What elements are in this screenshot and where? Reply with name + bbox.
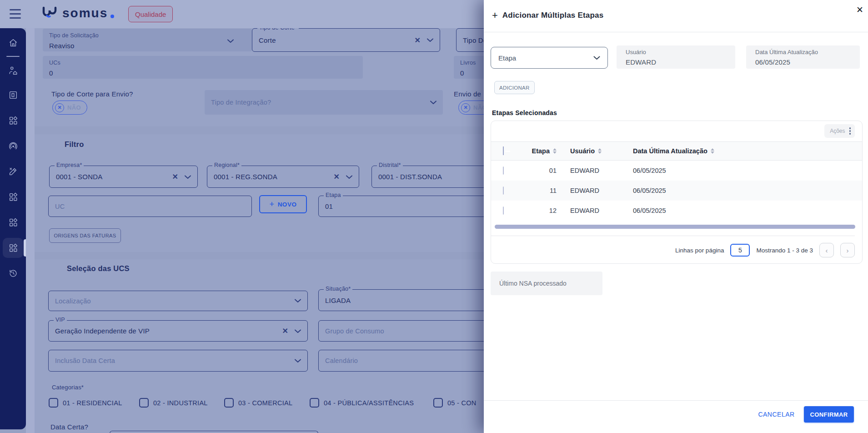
sidebar-item-history[interactable] bbox=[4, 264, 22, 282]
regional-label: Regional* bbox=[212, 162, 241, 168]
chevron-down-icon[interactable] bbox=[185, 173, 191, 181]
modules-icon bbox=[8, 192, 18, 202]
clear-icon[interactable]: ✕ bbox=[415, 36, 421, 45]
showing-label: Mostrando 1 - 3 de 3 bbox=[756, 247, 813, 254]
checkbox-icon[interactable] bbox=[433, 398, 443, 408]
chevron-down-icon[interactable] bbox=[427, 36, 433, 44]
chevron-down-icon bbox=[593, 56, 600, 60]
calendario-field[interactable]: Calendário bbox=[318, 350, 484, 372]
uc-input[interactable]: UC bbox=[48, 196, 252, 217]
tipo-corte-field[interactable]: Tipo de Corte* Corte ✕ bbox=[252, 28, 440, 52]
sidebar-item-user[interactable] bbox=[4, 61, 22, 80]
column-header-etapa[interactable]: Etapa bbox=[519, 147, 557, 155]
column-header-data[interactable]: Data Última Atualização bbox=[619, 147, 862, 155]
table-row[interactable]: 01 EDWARD 06/05/2025 bbox=[491, 161, 862, 181]
distrital-field[interactable]: Distrital* 0001 - DIST.SONDA bbox=[371, 166, 484, 188]
sidebar-item-modules-active[interactable] bbox=[4, 239, 22, 257]
origens-faturas-button[interactable]: ORIGENS DAS FATURAS bbox=[49, 228, 121, 243]
tipo-de-label: Tipo De bbox=[463, 36, 484, 44]
tipo-integracao-dropdown[interactable]: Tipo de Integração? bbox=[205, 90, 443, 115]
categoria-checkbox-industrial[interactable]: 02 - INDUSTRIAL bbox=[139, 398, 208, 408]
hamburger-menu-icon[interactable] bbox=[10, 9, 21, 19]
monitoring-icon bbox=[8, 141, 18, 151]
data-certa-label: Data Certa? bbox=[50, 423, 88, 431]
chevron-down-icon[interactable] bbox=[430, 101, 437, 105]
localizacao-dropdown[interactable]: Localização bbox=[48, 291, 308, 311]
clear-icon[interactable]: ✕ bbox=[172, 172, 178, 181]
situacao-field[interactable]: Situação* LIGADA bbox=[318, 289, 484, 311]
tipo-de-field[interactable]: Tipo De bbox=[456, 28, 484, 52]
close-icon[interactable]: ✕ bbox=[854, 3, 865, 17]
sidebar-item-edit[interactable] bbox=[4, 162, 22, 181]
modules-icon bbox=[8, 217, 18, 227]
confirmar-button[interactable]: CONFIRMAR bbox=[804, 406, 854, 423]
envio-toggle[interactable]: ✕ NÃO bbox=[458, 101, 484, 115]
empresa-field[interactable]: Empresa* 0001 - SONDA ✕ bbox=[49, 166, 198, 188]
corte-envio-toggle[interactable]: ✕ NÃO bbox=[52, 101, 87, 115]
sidebar-item-modules[interactable] bbox=[4, 111, 22, 130]
horizontal-scrollbar[interactable] bbox=[495, 225, 855, 229]
kebab-menu-icon[interactable] bbox=[849, 127, 851, 135]
adicionar-button[interactable]: ADICIONAR bbox=[494, 81, 535, 94]
data-certa-field[interactable] bbox=[110, 431, 318, 433]
sidebar-item-modules-2[interactable] bbox=[4, 188, 22, 206]
etapas-selecionadas-title: Etapas Selecionadas bbox=[492, 109, 557, 116]
select-all-checkbox[interactable] bbox=[503, 146, 504, 155]
user-home-icon bbox=[8, 65, 18, 76]
sort-icon bbox=[598, 148, 602, 154]
etapa-filter-label: Etapa bbox=[324, 192, 343, 198]
column-header-usuario[interactable]: Usuário bbox=[557, 147, 619, 155]
categoria-checkbox-residencial[interactable]: 01 - RESIDENCIAL bbox=[49, 398, 122, 408]
livros-field[interactable]: Livros 0 bbox=[454, 56, 484, 79]
tipo-solicitacao-field[interactable]: Tipo de Solicitação Reaviso bbox=[43, 29, 252, 51]
grupo-consumo-field[interactable]: Grupo de Consumo bbox=[318, 320, 484, 342]
next-page-button[interactable]: › bbox=[840, 243, 855, 257]
sidebar-item-document[interactable] bbox=[4, 86, 22, 104]
livros-value: 0 bbox=[460, 69, 484, 77]
prev-page-button[interactable]: ‹ bbox=[819, 243, 834, 257]
chevron-down-icon[interactable] bbox=[346, 173, 352, 181]
usuario-field: Usuário EDWARD bbox=[617, 45, 735, 69]
acoes-button[interactable]: Ações bbox=[824, 124, 855, 138]
clear-icon[interactable]: ✕ bbox=[282, 327, 288, 335]
data-atualizacao-field: Data Última Atualização 06/05/2025 bbox=[746, 45, 860, 69]
column-label: Data Última Atualização bbox=[633, 147, 707, 155]
table-row[interactable]: 11 EDWARD 06/05/2025 bbox=[491, 181, 862, 201]
ucs-field[interactable]: UCs 0 bbox=[43, 56, 363, 79]
chevron-down-icon[interactable] bbox=[227, 37, 234, 45]
acoes-button-label: Ações bbox=[830, 128, 845, 134]
chevron-down-icon[interactable] bbox=[295, 299, 301, 303]
row-checkbox[interactable] bbox=[503, 206, 504, 215]
table-row[interactable]: 12 EDWARD 06/05/2025 bbox=[491, 201, 862, 221]
row-checkbox[interactable] bbox=[503, 166, 504, 175]
nsa-field[interactable]: Último NSA processado bbox=[491, 272, 602, 295]
etapa-filter-field[interactable]: Etapa 01 bbox=[318, 196, 484, 217]
sidebar-item-monitoring[interactable] bbox=[4, 137, 22, 155]
clear-icon[interactable]: ✕ bbox=[334, 172, 340, 181]
cancelar-button[interactable]: CANCELAR bbox=[753, 410, 800, 419]
inclusao-data-certa-dropdown[interactable]: Inclusão Data Certa bbox=[48, 350, 308, 372]
rows-per-page-input[interactable] bbox=[730, 244, 750, 257]
checkbox-icon[interactable] bbox=[310, 398, 319, 408]
checkbox-icon[interactable] bbox=[139, 398, 149, 408]
checkbox-icon[interactable] bbox=[224, 398, 234, 408]
checkbox-icon[interactable] bbox=[49, 398, 58, 408]
cell-data: 06/05/2025 bbox=[619, 187, 862, 194]
filtro-title: Filtro bbox=[65, 140, 84, 149]
regional-value: 0001 - REG.SONDA bbox=[214, 173, 277, 181]
novo-button[interactable]: + NOVO bbox=[259, 195, 307, 213]
footer-divider bbox=[484, 400, 868, 401]
chevron-down-icon[interactable] bbox=[295, 327, 301, 335]
etapa-select[interactable]: Etapa bbox=[491, 47, 608, 69]
categoria-checkbox-comercial[interactable]: 03 - COMERCIAL bbox=[224, 398, 292, 408]
sidebar-item-home[interactable] bbox=[4, 34, 22, 52]
regional-field[interactable]: Regional* 0001 - REG.SONDA ✕ bbox=[207, 166, 359, 188]
cell-etapa: 01 bbox=[519, 167, 557, 174]
sidebar-item-modules-3[interactable] bbox=[4, 213, 22, 232]
chevron-down-icon[interactable] bbox=[295, 359, 301, 363]
row-checkbox[interactable] bbox=[503, 186, 504, 195]
etapas-table-card: Ações Etapa Usuário Data Última Atualiza… bbox=[491, 121, 863, 264]
categoria-checkbox-5[interactable]: 05 - CON bbox=[433, 398, 477, 408]
categoria-checkbox-publica[interactable]: 04 - PÚBLICA/ASSITÊNCIAS bbox=[310, 398, 414, 408]
vip-field[interactable]: VIP Geração Independente de VIP ✕ bbox=[48, 320, 308, 342]
